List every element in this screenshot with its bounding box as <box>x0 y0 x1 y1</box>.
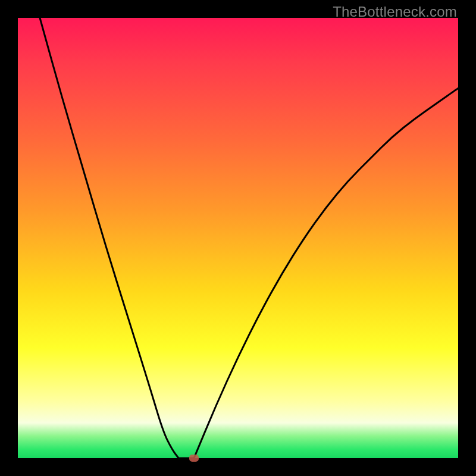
chart-frame: TheBottleneck.com <box>0 0 476 476</box>
bottleneck-curve <box>18 18 458 458</box>
curve-path <box>40 18 458 458</box>
bottleneck-marker <box>189 455 199 462</box>
plot-area <box>18 18 458 458</box>
